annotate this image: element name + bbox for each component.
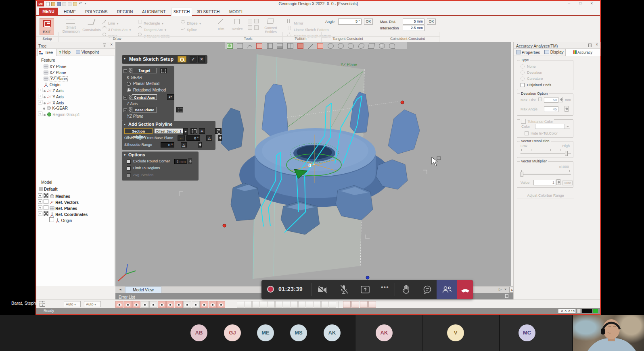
tab-model-view[interactable]: Model View [125,287,161,293]
more-options-button[interactable]: ••• [381,284,389,291]
tab-accuracy-analyzer[interactable]: Accuracy Analyzer(TM) [565,49,600,56]
expand-icon[interactable] [38,206,42,210]
auto-dropdown-1[interactable]: Auto ▾ [64,301,81,307]
tab-home[interactable]: HOME [64,10,76,14]
participant-avatar[interactable]: V [447,324,464,341]
offset-angle-measure-icon[interactable]: △ [206,135,212,141]
tree-item-z-axis[interactable]: Z Axis [38,88,64,93]
scroll-left-icon[interactable]: ◂ [119,287,121,291]
max-dist-input[interactable]: 5 mm [403,19,424,25]
circle-select2-icon[interactable] [338,43,344,49]
add-polyline-button[interactable]: + [199,128,205,134]
collapse-icon[interactable] [38,212,42,216]
rectangle-select-icon[interactable] [317,43,323,49]
expand-icon[interactable] [38,88,42,92]
tab-play-icon[interactable]: ▷ [499,287,502,291]
curve-visibility-toggle[interactable] [166,301,174,308]
spline-button[interactable]: Spline [181,25,197,33]
tree-item-region-group1[interactable]: Region Group1 [38,112,80,117]
coordinate-visibility-toggle[interactable] [209,301,217,308]
collapse-box[interactable] [123,69,127,73]
tree-item-yz-plane[interactable]: YZ Plane [44,76,68,81]
front-view-icon[interactable] [283,301,290,308]
normal-view-icon[interactable] [321,301,328,308]
sketch-visibility-toggle[interactable] [149,301,157,308]
webcam-video-tile[interactable] [573,315,644,351]
tree-item-meshes[interactable]: Meshes [38,193,70,199]
panel-close-icon[interactable]: × [596,42,598,47]
right-view-icon[interactable] [306,301,313,308]
angle-ok-button[interactable]: OK [364,19,373,25]
auto-dropdown-2[interactable]: Auto ▾ [84,301,101,307]
raise-hand-button[interactable] [401,284,412,295]
tool-extra-icon[interactable] [248,25,252,30]
participant-tile[interactable]: V [423,315,499,351]
back-view-icon[interactable] [291,301,298,308]
chat-button[interactable] [422,285,433,295]
pin-icon[interactable] [588,44,592,47]
pin-icon[interactable] [103,44,106,47]
silhouette-input[interactable]: 0 ° [161,142,174,147]
offset-angle-input[interactable]: 0 ° [186,135,200,141]
smart-dimension-button[interactable]: Smart Dimension [61,18,81,33]
red-point[interactable] [401,101,404,104]
tree-item-ref-coordinates[interactable]: Ref. Coordinates [38,211,88,217]
mesh-visibility-toggle[interactable] [115,301,123,308]
circle-select-icon[interactable] [328,43,334,49]
limit-regions-label[interactable]: Limit To Regions [133,166,160,170]
split-vertical-icon[interactable] [287,43,293,49]
visibility-checkbox[interactable] [49,217,54,222]
silhouette-measure-icon[interactable]: △ [181,142,187,147]
convert-entities-button[interactable]: Convert Entities [261,18,280,34]
tree-item-ref-planes[interactable]: Ref. Planes [38,205,77,211]
visibility-checkbox[interactable] [44,205,48,210]
participant-tile[interactable]: AK [355,315,422,351]
max-dist-ok-button[interactable]: OK [427,19,436,25]
vector-resolution-slider[interactable] [521,153,571,154]
resize-button[interactable]: Resize [229,19,245,31]
participant-avatar[interactable]: GJ [224,324,241,341]
split-left-icon[interactable] [267,43,273,49]
visibility-checkbox[interactable] [44,211,48,216]
tree-item-ref-vectors[interactable]: Ref. Vectors [38,199,79,205]
cube-view-icon[interactable] [237,43,243,49]
pick-point-icon[interactable] [389,43,395,49]
vector-multiplier-slider[interactable] [521,174,571,175]
paint-icon[interactable] [297,43,303,49]
blue-point[interactable] [366,276,369,279]
tab-region[interactable]: REGION [117,10,133,14]
3dsketch-visibility-toggle[interactable] [158,301,166,308]
polygon-select-icon[interactable] [368,43,375,49]
perspective-icon[interactable] [329,301,336,308]
delete-polyline-button[interactable] [215,128,222,134]
tab-tree[interactable]: Tree [37,49,56,56]
maximize-button[interactable]: □ [579,1,581,5]
people-button-active[interactable] [437,280,457,299]
options-caret[interactable]: ▾ [124,153,125,157]
tab-model[interactable]: MODEL [229,10,244,14]
vector-multiplier-thumb[interactable] [521,172,523,177]
mic-off-button[interactable] [339,285,349,295]
tree-item-x-axis[interactable]: X Axis [38,100,64,105]
isometric-view-icon[interactable] [227,43,233,49]
measure-visibility-toggle[interactable] [217,301,225,308]
participant-avatar[interactable]: MC [519,324,535,341]
zoom-out-icon[interactable] [245,301,252,308]
close-button[interactable]: × [590,1,593,6]
share-screen-button[interactable] [360,285,370,295]
tree-item-default[interactable]: Default [39,187,58,191]
tab-menu[interactable]: MENU [39,8,58,16]
constraints-button[interactable]: Constraints [82,18,101,32]
planar-method-label[interactable]: Planar Method [133,81,159,86]
section-polyline-button[interactable]: Section Polyline [124,128,153,134]
measure-angle-icon[interactable] [351,301,359,308]
collapse-box[interactable] [123,108,127,112]
pattern-visibility-toggle[interactable] [175,301,183,308]
participant-avatar[interactable]: ME [257,324,274,341]
tool-extra-icon[interactable] [254,19,259,23]
tree-item-xz-plane[interactable]: XZ Plane [44,70,66,75]
split-bottom-icon[interactable] [277,43,283,49]
tab-properties[interactable]: Properties [516,50,540,55]
tab-help[interactable]: ? Help [59,50,71,54]
expand-icon[interactable] [38,193,42,198]
